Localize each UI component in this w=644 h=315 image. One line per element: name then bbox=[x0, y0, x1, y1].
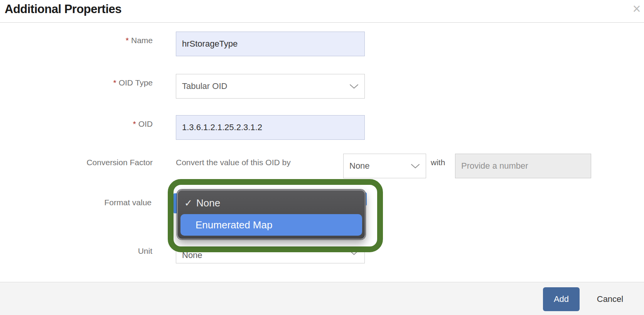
add-button[interactable]: Add bbox=[543, 287, 580, 311]
oid-type-select-value: Tabular OID bbox=[182, 81, 227, 91]
chevron-down-icon bbox=[349, 81, 359, 91]
oid-type-select[interactable]: Tabular OID bbox=[176, 74, 365, 99]
name-label: *Name bbox=[0, 35, 153, 45]
name-input[interactable] bbox=[176, 32, 365, 56]
format-value-label: Format value bbox=[0, 198, 152, 208]
cancel-button[interactable]: Cancel bbox=[591, 287, 629, 311]
required-marker: * bbox=[133, 119, 136, 128]
unit-label: Unit bbox=[0, 246, 152, 256]
format-value-dropdown-popup: ✓ None Enumerated Map bbox=[177, 189, 366, 240]
page-title: Additional Properties bbox=[5, 2, 121, 16]
oid-label: *OID bbox=[0, 119, 153, 129]
conversion-operation-value: None bbox=[349, 161, 370, 171]
required-marker: * bbox=[113, 78, 116, 87]
dropdown-option-label: None bbox=[196, 197, 220, 209]
header-divider bbox=[0, 22, 644, 23]
footer-divider bbox=[0, 282, 644, 282]
dropdown-option-enumerated-map[interactable]: Enumerated Map bbox=[180, 214, 362, 236]
with-label: with bbox=[431, 158, 445, 168]
oid-input[interactable] bbox=[176, 115, 365, 140]
oid-type-label: *OID Type bbox=[0, 78, 153, 88]
required-marker: * bbox=[126, 36, 129, 45]
dropdown-option-label: Enumerated Map bbox=[196, 219, 272, 231]
check-icon: ✓ bbox=[184, 198, 192, 209]
additional-properties-modal: Additional Properties × *Name *OID Type … bbox=[0, 0, 644, 315]
conversion-number-input[interactable] bbox=[455, 154, 591, 178]
chevron-down-icon bbox=[411, 161, 420, 171]
dropdown-option-none[interactable]: ✓ None bbox=[178, 192, 365, 214]
conversion-factor-label: Conversion Factor bbox=[0, 158, 153, 168]
conversion-operation-select[interactable]: None bbox=[343, 154, 426, 178]
close-icon: × bbox=[632, 2, 641, 16]
conversion-helper-text: Convert the value of this OID by bbox=[176, 158, 291, 168]
close-button[interactable]: × bbox=[629, 1, 644, 17]
